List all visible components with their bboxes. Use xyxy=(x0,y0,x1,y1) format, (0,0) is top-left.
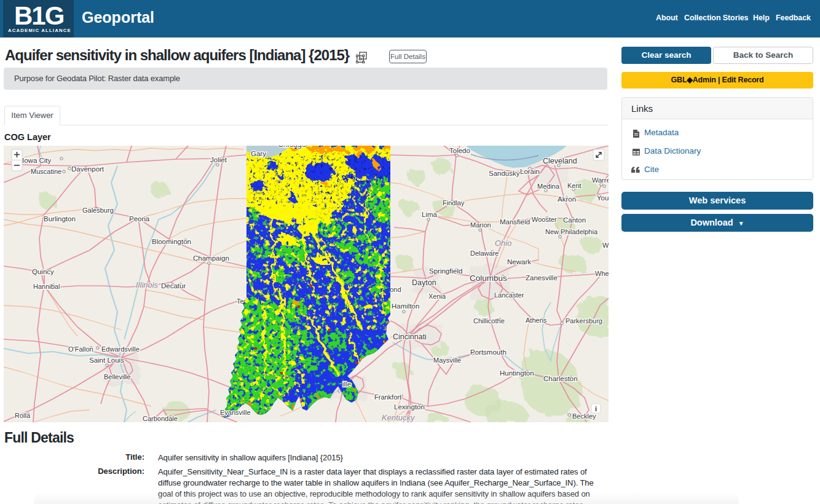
svg-text:Canton: Canton xyxy=(563,216,586,224)
svg-text:Sandusky: Sandusky xyxy=(489,170,520,177)
svg-text:Lancaster: Lancaster xyxy=(494,291,524,299)
svg-text:Columbus: Columbus xyxy=(470,274,507,283)
svg-text:O'Fallon: O'Fallon xyxy=(68,345,93,353)
svg-text:Delaware: Delaware xyxy=(470,250,499,257)
svg-text:Warren: Warren xyxy=(592,176,609,184)
svg-text:Parkersburg: Parkersburg xyxy=(566,317,602,325)
svg-text:Beckley: Beckley xyxy=(572,412,596,420)
svg-text:Illinois: Illinois xyxy=(136,280,159,289)
svg-text:Muscatine: Muscatine xyxy=(31,168,61,175)
svg-text:Burlington: Burlington xyxy=(44,215,76,222)
svg-text:Findlay: Findlay xyxy=(443,199,465,207)
svg-text:Ohio: Ohio xyxy=(495,238,511,248)
svg-text:W: W xyxy=(602,242,609,249)
svg-text:Toledo: Toledo xyxy=(449,147,470,154)
svg-text:Kent: Kent xyxy=(567,182,581,189)
svg-text:Galesburg: Galesburg xyxy=(82,207,114,214)
svg-text:Portsmouth: Portsmouth xyxy=(470,348,507,356)
svg-text:Joliet: Joliet xyxy=(210,156,227,163)
svg-text:Quincy: Quincy xyxy=(32,268,54,275)
svg-text:Newark: Newark xyxy=(507,258,531,266)
svg-text:ille: ille xyxy=(342,380,351,388)
svg-text:New Philadelphia: New Philadelphia xyxy=(545,228,598,235)
svg-text:Frankfort: Frankfort xyxy=(374,393,401,401)
svg-text:Chicago: Chicago xyxy=(278,146,306,149)
svg-text:Hamilton: Hamilton xyxy=(392,302,419,310)
svg-text:Lexington: Lexington xyxy=(394,403,425,411)
svg-text:Carbondale: Carbondale xyxy=(143,415,178,422)
svg-text:Decatur: Decatur xyxy=(161,282,186,289)
svg-text:Dayton: Dayton xyxy=(412,278,436,287)
svg-text:Iowa City: Iowa City xyxy=(22,157,52,164)
svg-text:Mansfield: Mansfield xyxy=(500,218,530,226)
svg-text:Evansville: Evansville xyxy=(220,409,251,416)
svg-text:Youngstown: Youngstown xyxy=(597,194,609,202)
svg-text:Chillicothe: Chillicothe xyxy=(473,317,505,325)
svg-text:Marion: Marion xyxy=(470,221,491,229)
svg-text:Medina: Medina xyxy=(537,183,560,190)
svg-text:Lorain: Lorain xyxy=(520,168,540,175)
svg-text:Maysville: Maysville xyxy=(433,356,461,364)
svg-text:Cincinnati: Cincinnati xyxy=(393,333,427,341)
svg-text:Springfield: Springfield xyxy=(429,267,462,275)
svg-text:i: i xyxy=(595,405,597,412)
svg-text:Belleville: Belleville xyxy=(104,373,130,380)
svg-text:Davenport: Davenport xyxy=(71,165,104,173)
svg-text:Edwardsville: Edwardsville xyxy=(101,345,140,353)
svg-text:Kentucky: Kentucky xyxy=(382,413,416,422)
svg-text:Wooster: Wooster xyxy=(532,216,557,223)
svg-text:Rolla: Rolla xyxy=(15,412,31,419)
svg-text:Champaign: Champaign xyxy=(193,254,229,262)
svg-text:Gary: Gary xyxy=(251,150,266,157)
svg-text:Huntington: Huntington xyxy=(500,369,534,377)
svg-text:Saint Louis: Saint Louis xyxy=(89,356,124,364)
svg-text:Bloomington: Bloomington xyxy=(152,238,191,245)
svg-text:Cleveland: Cleveland xyxy=(543,157,577,165)
svg-text:Xenia: Xenia xyxy=(428,293,446,300)
svg-text:Charleston: Charleston xyxy=(543,375,578,382)
svg-text:Zanesville: Zanesville xyxy=(526,274,558,282)
svg-text:Lima: Lima xyxy=(422,211,438,218)
svg-text:Akron: Akron xyxy=(558,195,576,203)
svg-text:Athens: Athens xyxy=(526,317,547,324)
svg-text:Peoria: Peoria xyxy=(129,215,150,222)
svg-text:Wheeling: Wheeling xyxy=(595,270,609,277)
svg-text:Hannibal: Hannibal xyxy=(33,283,60,290)
